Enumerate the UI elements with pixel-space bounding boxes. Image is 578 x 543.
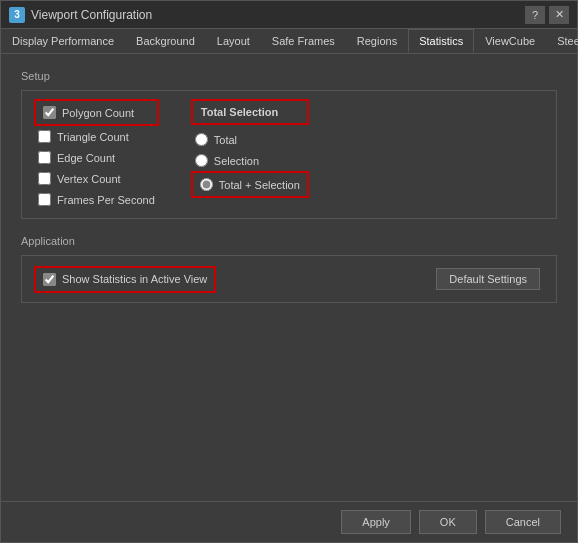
default-settings-button[interactable]: Default Settings [436, 268, 540, 290]
total-radio[interactable] [195, 133, 208, 146]
total-plus-selection-radio[interactable] [200, 178, 213, 191]
vertex-count-label[interactable]: Vertex Count [57, 173, 121, 185]
application-section-label: Application [21, 235, 557, 247]
frames-per-second-label[interactable]: Frames Per Second [57, 194, 155, 206]
total-selection-header: Total Selection [195, 103, 305, 121]
show-statistics-checkbox[interactable] [43, 273, 56, 286]
tab-bar: Display Performance Background Layout Sa… [1, 29, 577, 54]
content-area: Setup Polygon Count Triangle Count [1, 54, 577, 501]
vertex-count-checkbox[interactable] [38, 172, 51, 185]
triangle-count-checkbox[interactable] [38, 130, 51, 143]
polygon-count-row: Polygon Count [38, 103, 155, 122]
triangle-count-label[interactable]: Triangle Count [57, 131, 129, 143]
total-selection-header-block: Total Selection [195, 103, 305, 125]
radios-column: Total Selection Total Selection Total + … [195, 103, 305, 206]
frames-per-second-row: Frames Per Second [38, 193, 155, 206]
edge-count-row: Edge Count [38, 151, 155, 164]
vertex-count-row: Vertex Count [38, 172, 155, 185]
setup-section-label: Setup [21, 70, 557, 82]
setup-columns: Polygon Count Triangle Count Edge Count … [38, 103, 540, 206]
app-icon: 3 [9, 7, 25, 23]
show-statistics-label[interactable]: Show Statistics in Active View [62, 273, 207, 285]
ok-button[interactable]: OK [419, 510, 477, 534]
total-plus-selection-radio-row: Total + Selection [195, 175, 305, 194]
edge-count-checkbox[interactable] [38, 151, 51, 164]
frames-per-second-checkbox[interactable] [38, 193, 51, 206]
tab-safe-frames[interactable]: Safe Frames [261, 29, 346, 53]
tab-background[interactable]: Background [125, 29, 206, 53]
selection-radio[interactable] [195, 154, 208, 167]
help-button[interactable]: ? [525, 6, 545, 24]
edge-count-label[interactable]: Edge Count [57, 152, 115, 164]
title-bar-left: 3 Viewport Configuration [9, 7, 152, 23]
application-box: Show Statistics in Active View Default S… [21, 255, 557, 303]
apply-button[interactable]: Apply [341, 510, 411, 534]
tab-display-performance[interactable]: Display Performance [1, 29, 125, 53]
tab-statistics[interactable]: Statistics [408, 29, 474, 53]
polygon-count-label[interactable]: Polygon Count [62, 107, 134, 119]
close-button[interactable]: ✕ [549, 6, 569, 24]
window-title: Viewport Configuration [31, 8, 152, 22]
cancel-button[interactable]: Cancel [485, 510, 561, 534]
total-plus-selection-label[interactable]: Total + Selection [219, 179, 300, 191]
setup-box: Polygon Count Triangle Count Edge Count … [21, 90, 557, 219]
selection-radio-row: Selection [195, 154, 305, 167]
tab-steeringwheels[interactable]: SteeringWheels [546, 29, 578, 53]
show-statistics-row: Show Statistics in Active View [38, 270, 212, 289]
tab-regions[interactable]: Regions [346, 29, 408, 53]
checkboxes-column: Polygon Count Triangle Count Edge Count … [38, 103, 155, 206]
title-bar: 3 Viewport Configuration ? ✕ [1, 1, 577, 29]
bottom-bar: Apply OK Cancel [1, 501, 577, 542]
viewport-configuration-window: 3 Viewport Configuration ? ✕ Display Per… [0, 0, 578, 543]
total-label[interactable]: Total [214, 134, 237, 146]
tab-layout[interactable]: Layout [206, 29, 261, 53]
title-bar-controls: ? ✕ [525, 6, 569, 24]
application-row: Show Statistics in Active View Default S… [38, 268, 540, 290]
selection-label[interactable]: Selection [214, 155, 259, 167]
total-radio-row: Total [195, 133, 305, 146]
tab-viewcube[interactable]: ViewCube [474, 29, 546, 53]
triangle-count-row: Triangle Count [38, 130, 155, 143]
polygon-count-checkbox[interactable] [43, 106, 56, 119]
